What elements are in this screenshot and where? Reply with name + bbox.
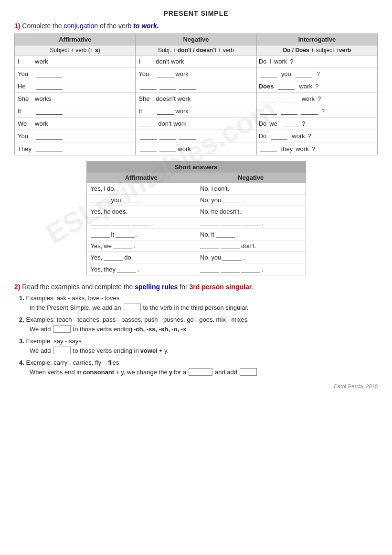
sa-neg-He: No, he doesn't.	[196, 206, 306, 218]
aff-row-He: He	[15, 80, 135, 93]
sa-blank-do-it[interactable]	[116, 231, 135, 238]
int-blank-verb-you1[interactable]	[296, 71, 312, 77]
sa-aff-You1: you .	[87, 195, 196, 206]
short-answers-cols: Affirmative Yes, I do. you . Yes, he doe…	[87, 173, 306, 275]
sa-neg-They: .	[196, 263, 306, 275]
neg-blank-aux-you2[interactable]	[159, 133, 176, 140]
sa-neg-blank-dont-you1[interactable]	[222, 197, 242, 203]
neg-row-You1: Youwork	[136, 68, 256, 80]
interrogative-header: Interrogative	[257, 34, 377, 45]
rule-2-text: We add to those verbs ending -ch, -ss, -…	[30, 325, 378, 333]
rule-3-text: We add to those verbs ending in vowel + …	[30, 347, 378, 354]
neg-blank-verb-he[interactable]	[179, 83, 196, 90]
aff-blank-you1[interactable]	[36, 71, 63, 77]
neg-blank-subj-he[interactable]	[140, 83, 157, 90]
neg-row-I: Idon'twork	[136, 55, 256, 68]
aff-blank-he[interactable]	[36, 83, 63, 90]
int-blank-subj-you2[interactable]	[271, 133, 287, 140]
sa-blank-yes-you1[interactable]	[91, 197, 110, 203]
aff-row-We: Wework	[15, 118, 135, 130]
sa-blank-subj-she[interactable]	[111, 220, 130, 226]
short-neg-header: Negative	[196, 173, 306, 183]
neg-blank-aux-he[interactable]	[159, 83, 176, 90]
sa-neg-blank-dont-they[interactable]	[241, 266, 260, 272]
int-row-She: work?	[257, 93, 377, 105]
int-blank-subj-it[interactable]	[281, 108, 297, 115]
sa-aff-She: .	[87, 218, 196, 229]
spelling-rules-list: 1. Examples: ask - asks, love - loves In…	[14, 294, 378, 376]
rule4-blank1[interactable]	[189, 368, 212, 376]
neg-blank-subj-we[interactable]	[140, 120, 157, 127]
sa-neg-blank-no-she[interactable]	[200, 220, 219, 226]
int-row-They: theywork?	[257, 142, 377, 155]
int-blank-subj-she[interactable]	[281, 96, 297, 102]
sa-neg-blank-no-we[interactable]	[200, 243, 219, 249]
rule-3: 3. Exemple: say - says We add to those v…	[19, 337, 378, 354]
int-row-We: Dowe?	[257, 118, 377, 130]
int-blank-do-she[interactable]	[260, 96, 277, 102]
sa-neg-blank-dont-it[interactable]	[216, 231, 235, 238]
int-blank-do-it[interactable]	[260, 108, 277, 115]
neg-blank-aux-it[interactable]	[157, 108, 174, 115]
affirmative-col: Affirmative Subject + verb (+ s) Iwork Y…	[15, 34, 136, 155]
rule-2: 2. Examples: teach - teaches, pass - pas…	[19, 316, 378, 333]
sa-blank-subj-you2[interactable]	[104, 254, 123, 261]
rule2-blank[interactable]	[53, 325, 71, 333]
sa-aff-He: Yes, he does.	[87, 206, 196, 218]
rule1-blank[interactable]	[124, 304, 141, 311]
neg-blank-verb-you2[interactable]	[179, 133, 196, 140]
aff-blank-it[interactable]	[36, 108, 63, 115]
sa-neg-She: .	[196, 218, 306, 229]
section1-header: 1) Complete the conjugation of the verb …	[14, 22, 378, 30]
sa-blank-do-they[interactable]	[117, 266, 136, 272]
int-blank-do-you1[interactable]	[260, 71, 277, 77]
aff-row-She: Sheworks	[15, 93, 135, 105]
sa-neg-blank-subj-she[interactable]	[221, 220, 240, 226]
aff-row-It: It	[15, 105, 135, 118]
sa-blank-do-you1[interactable]	[122, 197, 141, 203]
rule-4: 4. Exemple: carry - carries, fly – flies…	[19, 359, 378, 376]
aff-row-You1: You	[15, 68, 135, 80]
aff-row-I: Iwork	[15, 55, 135, 68]
neg-blank-subj-they[interactable]	[140, 145, 157, 152]
neg-blank-subj-you2[interactable]	[140, 133, 157, 140]
footer-credit: Carol Garcia, 2010	[14, 383, 378, 389]
sa-neg-It: No, it .	[196, 229, 306, 240]
short-answers-table: Short answers Affirmative Yes, I do. you…	[86, 161, 306, 275]
rule4-blank2[interactable]	[240, 368, 257, 376]
neg-blank-aux-you1[interactable]	[157, 71, 174, 77]
int-row-He: Doeswork?	[257, 80, 377, 93]
sa-neg-blank-subj-we[interactable]	[221, 243, 240, 249]
sa-blank-do-we[interactable]	[113, 243, 132, 249]
neg-blank-aux-they[interactable]	[159, 145, 176, 152]
rule3-blank[interactable]	[53, 347, 71, 354]
section2-header: 2) Read the examples and complete the sp…	[14, 283, 378, 291]
aff-blank-they[interactable]	[36, 145, 63, 152]
sa-neg-We: don't.	[196, 240, 306, 252]
rule-1-text: In the Present Simple, we add an to the …	[30, 304, 378, 311]
sa-neg-blank-subj-they[interactable]	[221, 266, 240, 272]
int-blank-subj-he[interactable]	[278, 83, 295, 90]
int-blank-verb-we[interactable]	[282, 120, 298, 127]
sa-neg-blank-no-they[interactable]	[200, 266, 219, 272]
sa-neg-blank-dont-you2[interactable]	[222, 254, 242, 261]
short-answers-title: Short answers	[87, 162, 306, 173]
section1-num: 1)	[14, 22, 20, 30]
int-row-I: DoIwork?	[257, 55, 377, 68]
sa-neg-blank-dont-she[interactable]	[241, 220, 260, 226]
aff-row-They: They	[15, 142, 135, 155]
aff-blank-you2[interactable]	[36, 133, 63, 140]
sa-neg-You1: No, you .	[196, 195, 306, 206]
int-blank-verb-it[interactable]	[301, 108, 318, 115]
neg-row-You2	[136, 130, 256, 142]
int-blank-do-they[interactable]	[260, 145, 277, 152]
affirmative-subheader: Subject + verb (+ s)	[15, 45, 135, 55]
int-row-You2: Dowork?	[257, 130, 377, 142]
int-row-It: ?	[257, 105, 377, 118]
int-row-You1: you?	[257, 68, 377, 80]
affirmative-header: Affirmative	[15, 34, 135, 45]
sa-blank-do-she[interactable]	[132, 220, 151, 226]
sa-blank-yes-it[interactable]	[91, 231, 110, 238]
sa-blank-yes-she[interactable]	[91, 220, 110, 226]
aff-row-You2: You	[15, 130, 135, 142]
